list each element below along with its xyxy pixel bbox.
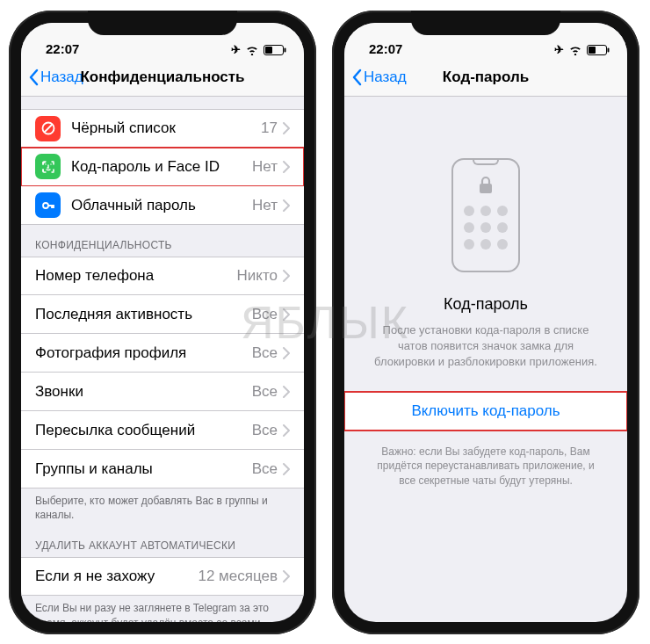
settings-row[interactable]: Фотография профиляВсе (21, 334, 304, 373)
section-footer: Выберите, кто может добавлять Вас в груп… (21, 488, 304, 525)
row-value: Все (252, 460, 278, 478)
passcode-description: После установки кода-пароля в списке чат… (371, 322, 601, 371)
chevron-right-icon (283, 199, 290, 212)
row-label: Фотография профиля (35, 344, 252, 362)
row-label: Пересылка сообщений (35, 422, 252, 439)
block-icon (35, 116, 61, 141)
passcode-heading: Код-пароль (444, 295, 528, 314)
row-label: Последняя активность (35, 306, 252, 323)
settings-content[interactable]: Чёрный список17Код-пароль и Face IDНетОб… (21, 97, 304, 622)
row-value: Нет (252, 158, 278, 176)
row-value: Все (252, 344, 278, 362)
phone-left: 22:07 ✈ Назад Конфиденциальность Чёрный … (9, 11, 316, 634)
settings-row[interactable]: Облачный парольНет (21, 186, 304, 225)
settings-row[interactable]: Чёрный список17 (21, 109, 304, 148)
settings-row[interactable]: Пересылка сообщенийВсе (21, 411, 304, 450)
row-label: Облачный пароль (71, 197, 252, 214)
battery-icon (264, 45, 286, 55)
airplane-icon: ✈ (231, 43, 241, 56)
status-time: 22:07 (46, 41, 79, 56)
row-value: 12 месяцев (198, 568, 278, 585)
row-value: 17 (261, 119, 278, 137)
phone-right: 22:07 ✈ Назад Код-пароль (332, 11, 639, 634)
enable-passcode-button[interactable]: Включить код-пароль (344, 392, 627, 431)
row-label: Если я не захожу (35, 568, 198, 585)
row-value: Все (252, 383, 278, 401)
enable-passcode-label: Включить код-пароль (411, 402, 560, 420)
passcode-phone-graphic (451, 158, 520, 272)
svg-rect-1 (265, 47, 272, 54)
wifi-icon (245, 45, 259, 55)
section-header: УДАЛИТЬ АККАУНТ АВТОМАТИЧЕСКИ (21, 525, 304, 557)
key-icon (35, 192, 61, 218)
chevron-right-icon (283, 347, 290, 359)
row-value: Нет (252, 197, 278, 214)
chevron-right-icon (283, 308, 290, 321)
settings-row[interactable]: ЗвонкиВсе (21, 373, 304, 411)
lock-icon (478, 176, 494, 195)
settings-row[interactable]: Код-пароль и Face IDНет (21, 148, 304, 186)
svg-point-5 (43, 203, 48, 208)
svg-rect-7 (589, 47, 596, 54)
svg-rect-2 (285, 47, 286, 52)
row-value: Все (252, 306, 278, 323)
settings-row[interactable]: Если я не захожу12 месяцев (21, 557, 304, 596)
wifi-icon (568, 45, 582, 55)
settings-row[interactable]: Группы и каналыВсе (21, 450, 304, 488)
chevron-right-icon (283, 570, 290, 582)
back-button[interactable]: Назад (21, 69, 83, 86)
row-value: Все (252, 422, 278, 439)
row-label: Код-пароль и Face ID (71, 158, 252, 176)
chevron-right-icon (283, 122, 290, 134)
back-label: Назад (364, 69, 407, 86)
chevron-right-icon (283, 463, 290, 475)
row-value: Никто (237, 267, 278, 285)
svg-line-4 (44, 125, 52, 133)
row-label: Номер телефона (35, 267, 237, 285)
section-header: КОНФИДЕНЦИАЛЬНОСТЬ (21, 225, 304, 257)
nav-bar: Назад Конфиденциальность (21, 58, 304, 97)
passcode-illustration: Код-пароль После установки кода-пароля в… (344, 97, 627, 392)
status-time: 22:07 (369, 41, 402, 56)
chevron-right-icon (283, 270, 290, 282)
battery-icon (587, 45, 610, 55)
back-label: Назад (40, 69, 83, 86)
chevron-right-icon (283, 161, 290, 173)
section-footer: Если Вы ни разу не заглянете в Telegram … (21, 596, 304, 622)
chevron-left-icon (351, 69, 362, 86)
chevron-right-icon (283, 386, 290, 398)
svg-rect-9 (480, 184, 492, 193)
settings-row[interactable]: Последняя активностьВсе (21, 295, 304, 334)
device-notch (88, 11, 237, 35)
row-label: Чёрный список (71, 119, 261, 137)
row-label: Группы и каналы (35, 460, 252, 478)
airplane-icon: ✈ (554, 43, 564, 56)
settings-row[interactable]: Номер телефонаНикто (21, 257, 304, 295)
chevron-left-icon (28, 69, 39, 86)
back-button[interactable]: Назад (344, 69, 407, 86)
faceid-icon (35, 154, 61, 179)
row-label: Звонки (35, 383, 252, 401)
device-notch (411, 11, 560, 35)
svg-rect-8 (608, 47, 610, 52)
passcode-warning: Важно: если Вы забудете код-пароль, Вам … (344, 431, 627, 503)
nav-bar: Назад Код-пароль (344, 58, 627, 97)
passcode-content: Код-пароль После установки кода-пароля в… (344, 97, 627, 622)
chevron-right-icon (283, 424, 290, 437)
